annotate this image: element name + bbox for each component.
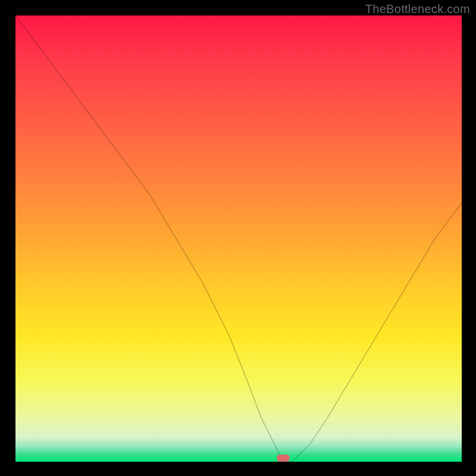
background-gradient — [15, 15, 462, 462]
chart-container: TheBottleneck.com — [0, 0, 476, 476]
plot-area — [15, 15, 462, 462]
watermark-text: TheBottleneck.com — [365, 2, 470, 16]
bottleneck-marker — [277, 455, 290, 462]
svg-rect-0 — [15, 15, 462, 462]
